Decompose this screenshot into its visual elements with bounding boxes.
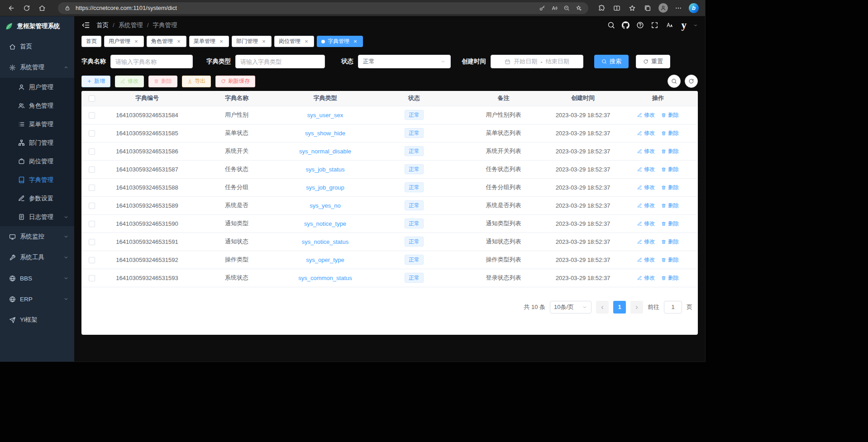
- tab-close-icon[interactable]: ×: [133, 38, 139, 45]
- user-logo[interactable]: y: [682, 20, 687, 30]
- date-range-picker[interactable]: 开始日期 - 结束日期: [491, 55, 583, 68]
- collections-icon[interactable]: [641, 2, 654, 14]
- tab-close-icon[interactable]: ×: [261, 38, 267, 45]
- chevron-down-icon[interactable]: [693, 23, 698, 28]
- password-key-icon[interactable]: [538, 4, 546, 12]
- help-icon[interactable]: [636, 21, 644, 29]
- select-all-checkbox[interactable]: [89, 95, 95, 102]
- sidebar-item-home[interactable]: 首页: [0, 36, 74, 57]
- sidebar-item-system-monitor[interactable]: 系统监控: [0, 226, 74, 247]
- row-delete-button[interactable]: 删除: [661, 256, 679, 264]
- row-delete-button[interactable]: 删除: [661, 166, 679, 173]
- sidebar-item-system-management[interactable]: 系统管理: [0, 57, 74, 78]
- sidebar-toggle-icon[interactable]: [81, 21, 90, 29]
- tab-user-management[interactable]: 用户管理×: [104, 36, 144, 47]
- row-checkbox[interactable]: [89, 185, 95, 191]
- row-checkbox[interactable]: [89, 130, 95, 137]
- dict-type-link[interactable]: sys_show_hide: [305, 130, 345, 137]
- dict-type-input[interactable]: [240, 58, 320, 65]
- row-checkbox[interactable]: [89, 148, 95, 155]
- goto-page-input[interactable]: [664, 301, 682, 314]
- tab-close-icon[interactable]: ×: [218, 38, 224, 45]
- dict-type-link[interactable]: sys_oper_type: [306, 257, 344, 263]
- profile-avatar[interactable]: [656, 2, 670, 14]
- sidebar-item-bbs[interactable]: BBS: [0, 268, 74, 289]
- add-button[interactable]: 新增: [81, 76, 110, 87]
- sidebar-item-param-settings[interactable]: 参数设置: [0, 189, 74, 208]
- home-icon[interactable]: [35, 2, 49, 14]
- tab-close-icon[interactable]: ×: [303, 38, 310, 45]
- zoom-icon[interactable]: [563, 4, 571, 12]
- row-checkbox[interactable]: [89, 221, 95, 227]
- row-checkbox[interactable]: [89, 257, 95, 263]
- sidebar-item-menu-management[interactable]: 菜单管理: [0, 115, 74, 133]
- row-delete-button[interactable]: 删除: [661, 111, 679, 119]
- row-edit-button[interactable]: 修改: [637, 256, 655, 264]
- reset-button[interactable]: 重置: [636, 55, 670, 68]
- sidebar-item-role-management[interactable]: 角色管理: [0, 96, 74, 115]
- back-icon[interactable]: [5, 2, 18, 14]
- edit-button[interactable]: 修改: [115, 76, 144, 87]
- row-edit-button[interactable]: 修改: [637, 274, 655, 282]
- sidebar-item-log-management[interactable]: 日志管理: [0, 208, 74, 226]
- row-delete-button[interactable]: 删除: [661, 129, 679, 137]
- row-checkbox[interactable]: [89, 203, 95, 209]
- row-delete-button[interactable]: 删除: [661, 274, 679, 282]
- tab-role-management[interactable]: 角色管理×: [147, 36, 186, 47]
- row-checkbox[interactable]: [89, 275, 95, 281]
- delete-button[interactable]: 删除: [148, 76, 177, 87]
- reload-icon[interactable]: [20, 2, 33, 14]
- row-edit-button[interactable]: 修改: [637, 202, 655, 209]
- prev-page-button[interactable]: ‹: [596, 301, 609, 314]
- dict-type-link[interactable]: sys_notice_status: [302, 238, 348, 245]
- dict-type-link[interactable]: sys_yes_no: [310, 202, 341, 209]
- status-select[interactable]: 正常: [358, 55, 451, 68]
- extensions-icon[interactable]: [595, 2, 608, 14]
- row-delete-button[interactable]: 删除: [661, 202, 679, 209]
- add-favorite-icon[interactable]: [575, 4, 583, 12]
- dict-type-link[interactable]: sys_job_status: [306, 166, 345, 173]
- tab-close-icon[interactable]: ×: [176, 38, 182, 45]
- sidebar-item-post-management[interactable]: 岗位管理: [0, 152, 74, 171]
- row-delete-button[interactable]: 删除: [661, 238, 679, 246]
- refresh-cache-button[interactable]: 刷新缓存: [215, 76, 255, 87]
- fullscreen-icon[interactable]: [651, 21, 658, 29]
- github-icon[interactable]: [622, 21, 630, 29]
- dict-type-link[interactable]: sys_job_group: [306, 184, 344, 191]
- font-size-icon[interactable]: [665, 21, 673, 29]
- dict-type-link[interactable]: sys_user_sex: [307, 112, 343, 119]
- tab-dept-management[interactable]: 部门管理×: [232, 36, 272, 47]
- tab-post-management[interactable]: 岗位管理×: [274, 36, 314, 47]
- search-icon[interactable]: [607, 21, 615, 29]
- tab-close-icon[interactable]: ×: [352, 38, 358, 45]
- bing-chat-icon[interactable]: b: [687, 2, 701, 14]
- sidebar-item-dict-management[interactable]: 字典管理: [0, 171, 74, 189]
- tab-dict-management[interactable]: 字典管理×: [317, 36, 363, 47]
- sidebar-item-system-tools[interactable]: 系统工具: [0, 247, 74, 268]
- dict-type-link[interactable]: sys_common_status: [298, 275, 352, 281]
- row-delete-button[interactable]: 删除: [661, 220, 679, 228]
- row-edit-button[interactable]: 修改: [637, 184, 655, 191]
- dict-type-link[interactable]: sys_notice_type: [304, 220, 346, 227]
- row-delete-button[interactable]: 删除: [661, 184, 679, 191]
- sidebar-item-user-management[interactable]: 用户管理: [0, 78, 74, 96]
- url-text[interactable]: https://ccnetcore.com:1101/system/dict: [76, 5, 534, 11]
- breadcrumb-system[interactable]: 系统管理: [119, 21, 143, 29]
- row-edit-button[interactable]: 修改: [637, 129, 655, 137]
- page-size-select[interactable]: 10条/页: [550, 301, 591, 314]
- end-date-placeholder[interactable]: 结束日期: [546, 57, 569, 66]
- row-delete-button[interactable]: 删除: [661, 147, 679, 155]
- breadcrumb-home[interactable]: 首页: [96, 21, 109, 29]
- row-checkbox[interactable]: [89, 112, 95, 119]
- row-edit-button[interactable]: 修改: [637, 238, 655, 246]
- address-bar[interactable]: https://ccnetcore.com:1101/system/dict: [58, 2, 588, 14]
- dict-name-input[interactable]: [115, 58, 188, 65]
- next-page-button[interactable]: ›: [630, 301, 643, 314]
- more-menu-icon[interactable]: [672, 2, 685, 14]
- row-checkbox[interactable]: [89, 166, 95, 173]
- sidebar-item-dept-management[interactable]: 部门管理: [0, 133, 74, 152]
- page-1-button[interactable]: 1: [613, 301, 626, 314]
- show-search-button[interactable]: [668, 75, 681, 88]
- favorites-icon[interactable]: [625, 2, 639, 14]
- tab-home[interactable]: 首页: [81, 36, 101, 47]
